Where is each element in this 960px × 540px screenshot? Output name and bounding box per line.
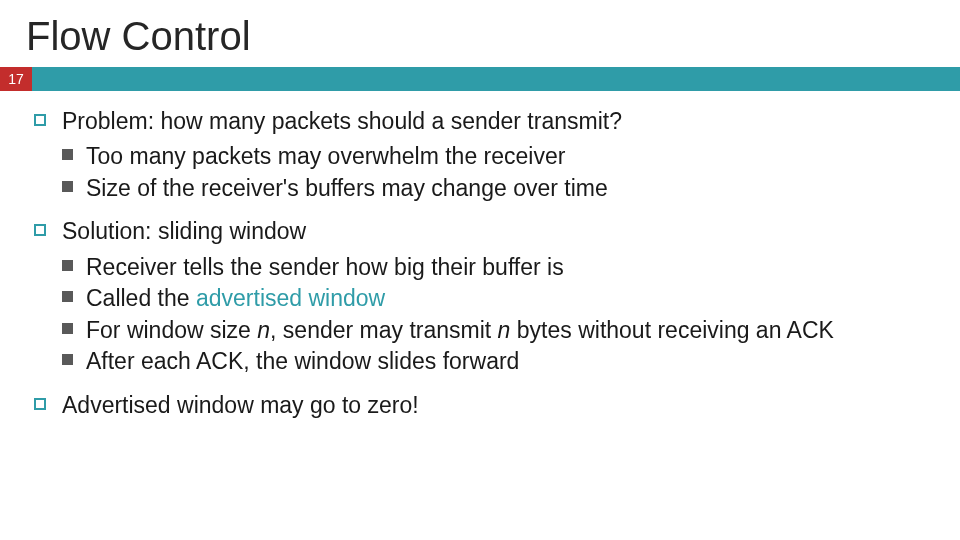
slide-body: Problem: how many packets should a sende… [0,91,960,420]
bullet-text: Too many packets may overwhelm the recei… [86,143,565,169]
italic-var: n [498,317,511,343]
sub-bullet-group: Receiver tells the sender how big their … [34,253,926,377]
bullet-level2: Too many packets may overwhelm the recei… [62,142,926,171]
bullet-text: For window size [86,317,257,343]
slide-title: Flow Control [0,0,960,67]
bullet-text: , sender may transmit [270,317,498,343]
slide-number-badge: 17 [0,67,32,91]
bullet-text: Called the [86,285,196,311]
square-solid-icon [62,354,73,365]
square-solid-icon [62,260,73,271]
bullet-text: Problem: how many packets should a sende… [62,108,622,134]
bullet-text: Solution: sliding window [62,218,306,244]
bullet-level2: Size of the receiver's buffers may chang… [62,174,926,203]
square-solid-icon [62,149,73,160]
square-solid-icon [62,323,73,334]
square-outline-icon [34,114,46,126]
bullet-level2: For window size n, sender may transmit n… [62,316,926,345]
bullet-text: Advertised window may go to zero! [62,392,419,418]
bullet-text: Size of the receiver's buffers may chang… [86,175,608,201]
bullet-level1: Problem: how many packets should a sende… [34,107,926,136]
bullet-text: Receiver tells the sender how big their … [86,254,564,280]
bullet-text: bytes without receiving an ACK [510,317,833,343]
square-outline-icon [34,398,46,410]
bullet-level1: Advertised window may go to zero! [34,391,926,420]
accent-stripe [32,67,960,91]
bullet-text: After each ACK, the window slides forwar… [86,348,519,374]
square-solid-icon [62,291,73,302]
italic-var: n [257,317,270,343]
highlighted-term: advertised window [196,285,385,311]
bullet-level1: Solution: sliding window [34,217,926,246]
bullet-level2: Receiver tells the sender how big their … [62,253,926,282]
square-outline-icon [34,224,46,236]
bullet-level2: Called the advertised window [62,284,926,313]
bullet-level2: After each ACK, the window slides forwar… [62,347,926,376]
sub-bullet-group: Too many packets may overwhelm the recei… [34,142,926,203]
accent-bar: 17 [0,67,960,91]
square-solid-icon [62,181,73,192]
